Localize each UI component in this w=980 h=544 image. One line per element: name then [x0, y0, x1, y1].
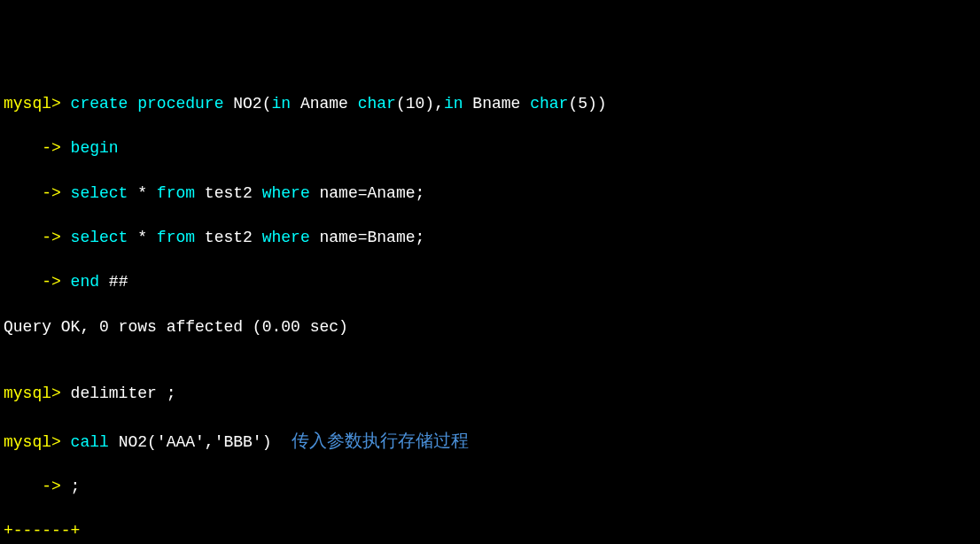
keyword-char-2: char	[530, 95, 568, 113]
keyword-from: from	[157, 184, 195, 202]
keyword-in-2: in	[444, 95, 463, 113]
mysql-prompt: mysql>	[4, 385, 61, 402]
param-bname: Bname	[463, 95, 531, 113]
keyword-begin: begin	[61, 139, 119, 157]
semicolon: ;	[61, 478, 81, 495]
terminal-line-1: mysql> create procedure NO2(in Aname cha…	[4, 93, 976, 115]
continuation-prompt: ->	[4, 184, 61, 202]
keyword-create-procedure: create procedure	[61, 95, 224, 113]
mysql-prompt: mysql>	[4, 433, 61, 451]
param-aname: Aname	[291, 95, 358, 113]
keyword-select-2: select	[61, 229, 128, 246]
keyword-in: in	[271, 95, 291, 113]
keyword-call: call	[61, 433, 109, 451]
terminal-line-2: -> begin	[4, 137, 976, 159]
keyword-char: char	[358, 95, 396, 113]
terminal-line-10: -> ;	[4, 476, 976, 498]
terminal-line-5: -> end ##	[4, 271, 976, 293]
table-name: test2	[195, 184, 262, 202]
mysql-prompt: mysql>	[4, 95, 61, 113]
call-proc: NO2('AAA','BBB')	[109, 433, 272, 451]
char-size-2: (5))	[568, 95, 606, 113]
terminal-line-3: -> select * from test2 where name=Aname;	[4, 183, 976, 205]
continuation-prompt: ->	[4, 229, 61, 246]
char-size-1: (10),	[396, 95, 444, 113]
continuation-prompt: ->	[4, 139, 61, 157]
proc-name: NO2(	[223, 95, 271, 113]
table1-border-top: +------+	[4, 520, 976, 542]
delimiter-hash: ##	[99, 273, 128, 291]
continuation-prompt: ->	[4, 273, 61, 291]
table-name-2: test2	[195, 229, 262, 246]
select-star: *	[128, 184, 156, 202]
where-clause-2: name=Bname;	[310, 229, 425, 246]
select-star-2: *	[128, 229, 156, 246]
terminal-line-8: mysql> delimiter ;	[4, 383, 976, 405]
continuation-prompt: ->	[4, 478, 61, 495]
query-ok-result: Query OK, 0 rows affected (0.00 sec)	[4, 316, 976, 338]
keyword-from-2: from	[157, 229, 195, 246]
keyword-select: select	[61, 184, 128, 202]
keyword-end: end	[61, 273, 99, 291]
where-clause: name=Aname;	[310, 184, 425, 202]
delimiter-cmd: delimiter ;	[61, 385, 176, 402]
terminal-line-9: mysql> call NO2('AAA','BBB') 传入参数执行存储过程	[4, 428, 976, 454]
keyword-where-2: where	[262, 229, 310, 246]
annotation-text: 传入参数执行存储过程	[271, 431, 468, 450]
terminal-line-4: -> select * from test2 where name=Bname;	[4, 227, 976, 249]
keyword-where: where	[262, 184, 310, 202]
